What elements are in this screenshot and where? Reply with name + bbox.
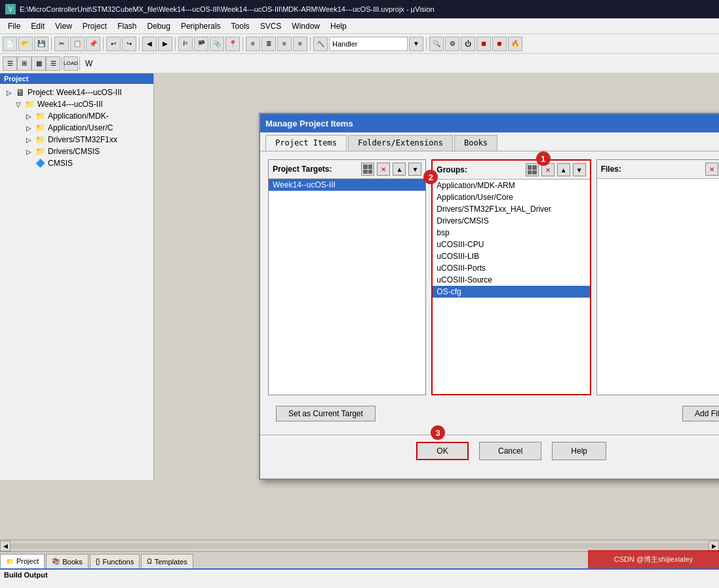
sep6 xyxy=(310,37,311,50)
tab-books[interactable]: Books xyxy=(454,135,497,151)
group-item-7[interactable]: uCOSIII-Ports xyxy=(433,262,589,274)
tab-functions[interactable]: {} Functions xyxy=(90,554,140,568)
tab-project[interactable]: 📁 Project xyxy=(0,554,45,568)
sep7 xyxy=(426,37,427,50)
tab-templates[interactable]: Ω Templates xyxy=(141,554,193,568)
functions-tab-label: Functions xyxy=(103,558,134,566)
tab-folders-extensions[interactable]: Folders/Extensions xyxy=(348,135,453,151)
group-item-6[interactable]: uCOSIII-LIB xyxy=(433,250,589,262)
settings-btn[interactable]: ⚙ xyxy=(445,37,459,51)
menu-peripherals[interactable]: Peripherals xyxy=(176,20,226,32)
templates-tab-icon: Ω xyxy=(147,558,151,565)
targets-add-btn[interactable] xyxy=(361,163,374,176)
tree-item-cmsis-drv[interactable]: ▷ 📁 Drivers/CMSIS xyxy=(3,146,151,157)
target-item-0[interactable]: Week14--ucOS-III xyxy=(269,179,425,191)
right-area: Manage Project Items ✕ Project Items Fol… xyxy=(154,73,719,480)
tree-item-cmsis[interactable]: 🔷 CMSIS xyxy=(3,157,151,169)
bookmark3[interactable]: 📎 xyxy=(210,37,224,51)
menu-svcs[interactable]: SVCS xyxy=(255,20,287,32)
bookmark4[interactable]: 📍 xyxy=(225,37,240,51)
nav-back[interactable]: ◀ xyxy=(142,37,157,51)
tb2-btn2[interactable]: ⊞ xyxy=(17,56,31,71)
build-icon[interactable]: 🔨 xyxy=(313,37,328,51)
menu-debug[interactable]: Debug xyxy=(142,20,176,32)
open-btn[interactable]: 📂 xyxy=(18,37,33,51)
redo-btn[interactable]: ↪ xyxy=(122,37,136,51)
menu-flash[interactable]: Flash xyxy=(112,20,142,32)
tb2-btn1[interactable]: ☰ xyxy=(3,56,17,71)
tree-item-drivers[interactable]: ▷ 📁 Drivers/STM32F1xx xyxy=(3,134,151,146)
menu-view[interactable]: View xyxy=(50,20,77,32)
indent1[interactable]: ≡ xyxy=(246,37,260,51)
record-btn[interactable]: ⏺ xyxy=(492,37,507,51)
group-item-8[interactable]: uCOSIII-Source xyxy=(433,274,589,286)
tree-item-root[interactable]: ▷ 🖥 Project: Week14---ucOS-III xyxy=(3,87,151,98)
tree-appmdk-label: Application/MDK- xyxy=(48,111,109,121)
tab-project-items[interactable]: Project Items xyxy=(265,135,347,151)
group-item-2[interactable]: Drivers/STM32F1xx_HAL_Driver xyxy=(433,203,589,215)
handler-combo[interactable]: Handler xyxy=(329,37,408,51)
group-item-0[interactable]: Application/MDK-ARM xyxy=(433,180,589,191)
three-col-layout: Project Targets: ✕ ▲ ▼ xyxy=(268,159,719,395)
indent2[interactable]: ≣ xyxy=(262,37,276,51)
menu-project[interactable]: Project xyxy=(77,20,112,32)
files-panel: Files: ✕ ▲ ▼ xyxy=(596,159,719,395)
tb2-btn4[interactable]: ☰ xyxy=(46,56,60,71)
fire-btn[interactable]: 🔥 xyxy=(508,37,522,51)
new-btn[interactable]: 📄 xyxy=(3,37,17,51)
bookmark1[interactable]: 🏳 xyxy=(178,37,193,51)
groups-down-btn[interactable]: ▼ xyxy=(573,163,586,176)
group-item-4[interactable]: bsp xyxy=(433,227,589,239)
scroll-track[interactable] xyxy=(10,543,709,549)
indent4[interactable]: ≡ xyxy=(293,37,307,51)
help-button[interactable]: Help xyxy=(552,442,606,460)
save-btn[interactable]: 💾 xyxy=(34,37,49,51)
targets-down-btn[interactable]: ▼ xyxy=(408,163,421,176)
load-btn[interactable]: LOAD xyxy=(64,56,78,71)
add-files-button[interactable]: Add Files... xyxy=(682,406,719,421)
files-del-btn[interactable]: ✕ xyxy=(705,163,718,176)
paste-btn[interactable]: 📌 xyxy=(86,37,100,51)
ok-button[interactable]: OK xyxy=(416,442,469,460)
tb2-btn3[interactable]: ▦ xyxy=(31,56,46,71)
groups-add-btn[interactable] xyxy=(526,163,539,176)
sep4 xyxy=(175,37,176,50)
undo-btn[interactable]: ↩ xyxy=(106,37,121,51)
groups-up-btn[interactable]: ▲ xyxy=(557,163,570,176)
tree-item-appuser[interactable]: ▷ 📁 Application/User/C xyxy=(3,122,151,134)
dialog-title: Manage Project Items xyxy=(265,119,353,128)
expand-icon2: ▽ xyxy=(13,99,24,109)
tree-item-week14[interactable]: ▽ 📁 Week14---ucOS-III xyxy=(3,98,151,110)
menu-window[interactable]: Window xyxy=(286,20,325,32)
menu-tools[interactable]: Tools xyxy=(226,20,255,32)
copy-btn[interactable]: 📋 xyxy=(70,37,85,51)
combo-drop[interactable]: ▼ xyxy=(409,37,423,51)
scroll-left-btn[interactable]: ◀ xyxy=(0,541,10,551)
cut-btn[interactable]: ✂ xyxy=(54,37,69,51)
manage-project-dialog: Manage Project Items ✕ Project Items Fol… xyxy=(259,113,719,480)
group-item-1[interactable]: Application/User/Core xyxy=(433,191,589,203)
menu-file[interactable]: File xyxy=(3,20,26,32)
panel-title: Project xyxy=(0,73,153,84)
dialog-content: Project Targets: ✕ ▲ ▼ xyxy=(260,151,719,429)
set-current-target-button[interactable]: Set as Current Target xyxy=(276,406,376,421)
badge-3: 3 xyxy=(431,425,445,440)
group-item-3[interactable]: Drivers/CMSIS xyxy=(433,215,589,227)
nav-fwd[interactable]: ▶ xyxy=(158,37,172,51)
bookmark2[interactable]: 🏴 xyxy=(194,37,208,51)
groups-add-grid-icon xyxy=(528,165,537,174)
menu-edit[interactable]: Edit xyxy=(26,20,50,32)
menu-help[interactable]: Help xyxy=(325,20,352,32)
stop-btn[interactable]: ⏹ xyxy=(476,37,491,51)
targets-up-btn[interactable]: ▲ xyxy=(393,163,406,176)
targets-del-btn[interactable]: ✕ xyxy=(377,163,390,176)
group-item-9[interactable]: OS-cfg xyxy=(433,286,589,298)
group-item-5[interactable]: uCOSIII-CPU xyxy=(433,239,589,250)
targets-header: Project Targets: ✕ ▲ ▼ xyxy=(269,160,425,179)
tab-books[interactable]: 📚 Books xyxy=(46,554,88,568)
power-btn[interactable]: ⏻ xyxy=(461,37,475,51)
tree-item-appmdk[interactable]: ▷ 📁 Application/MDK- xyxy=(3,110,151,122)
search-btn[interactable]: 🔍 xyxy=(429,37,444,51)
cancel-button[interactable]: Cancel xyxy=(479,442,541,460)
indent3[interactable]: ≡ xyxy=(277,37,292,51)
